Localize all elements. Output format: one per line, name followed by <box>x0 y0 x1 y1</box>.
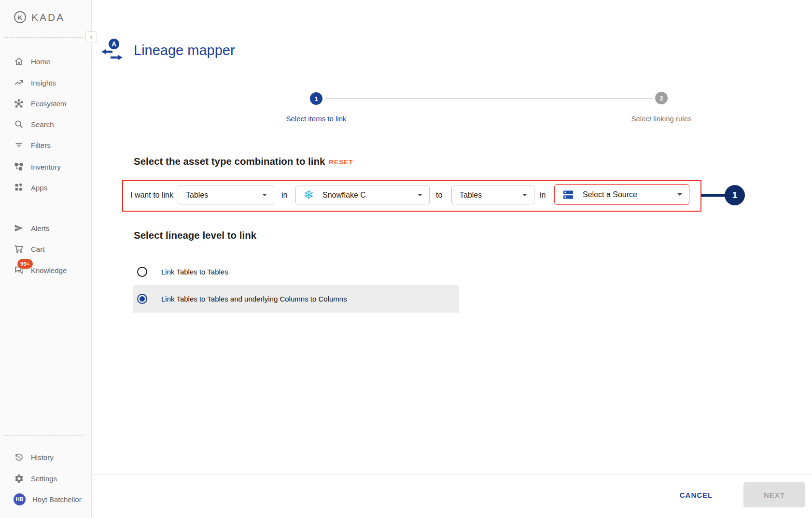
sidebar-divider-top <box>4 37 83 38</box>
svg-text:K: K <box>18 14 23 21</box>
lineage-mapper-icon: A <box>100 38 125 64</box>
chevron-down-icon <box>522 194 527 196</box>
page-title: Lineage mapper <box>134 43 235 58</box>
asset-type-from-select[interactable]: Tables <box>178 186 274 204</box>
sidebar-item-label: Settings <box>31 475 57 483</box>
radio-button[interactable] <box>137 294 147 304</box>
sidebar-item-label: Apps <box>31 184 47 192</box>
sidebar-divider-middle <box>4 208 83 208</box>
sidebar-item-label: Inventory <box>31 163 61 171</box>
sidebar-item-search[interactable]: Search <box>14 117 54 131</box>
settings-gear-icon <box>14 473 24 484</box>
lineage-mapper-page: K KADA Home Insights E <box>0 0 812 518</box>
sidebar-item-apps[interactable]: Apps <box>14 181 47 194</box>
sidebar-item-history[interactable]: History <box>14 450 54 464</box>
annotation-callout-badge: 1 <box>725 185 745 205</box>
annotation-callout-line <box>701 194 726 197</box>
sidebar-item-label: Search <box>31 120 54 129</box>
sidebar: K KADA Home Insights E <box>0 0 92 518</box>
alerts-icon <box>14 223 24 233</box>
stepper-step-1-label: Select items to link <box>258 115 374 123</box>
apps-icon <box>14 182 24 193</box>
asset-section-heading: Select the asset type combination to lin… <box>134 156 325 167</box>
history-icon <box>14 452 24 462</box>
insights-icon <box>14 77 24 88</box>
sidebar-item-label: Home <box>31 58 50 66</box>
user-name: Hoyt Batchellor <box>32 495 82 504</box>
source-to-value: Select a Source <box>583 190 672 199</box>
lineage-option-label: Link Tables to Tables and underlying Col… <box>161 295 347 303</box>
inventory-icon <box>14 161 24 172</box>
phrase-in-1: in <box>281 191 287 200</box>
sidebar-item-label: Insights <box>31 79 56 87</box>
sidebar-item-home[interactable]: Home <box>14 55 50 68</box>
source-from-value: Snowflake C <box>322 191 413 200</box>
sidebar-item-settings[interactable]: Settings <box>14 472 57 485</box>
stepper-step-2-circle[interactable]: 2 <box>655 92 668 104</box>
phrase-lead: I want to link <box>130 191 173 200</box>
lineage-option-tables[interactable]: Link Tables to Tables <box>133 260 459 283</box>
sidebar-collapse-button[interactable]: ‹ <box>85 31 97 43</box>
kada-logo-icon: K <box>14 11 27 24</box>
radio-button[interactable] <box>137 267 147 277</box>
sidebar-item-label: Knowledge <box>31 266 67 274</box>
source-from-select[interactable]: ❄ Snowflake C <box>295 186 430 204</box>
stepper-step-1-circle[interactable]: 1 <box>310 92 322 105</box>
source-to-select[interactable]: Select a Source <box>554 184 689 205</box>
snowflake-icon: ❄ <box>304 189 314 201</box>
asset-type-from-value: Tables <box>186 191 257 200</box>
phrase-in-2: in <box>540 191 546 200</box>
svg-text:A: A <box>112 40 116 48</box>
knowledge-count-badge: 99+ <box>17 259 33 269</box>
kada-logo[interactable]: K KADA <box>14 11 65 24</box>
footer-divider <box>92 475 812 475</box>
lineage-option-label: Link Tables to Tables <box>161 268 228 276</box>
next-button[interactable]: NEXT <box>743 482 805 507</box>
cancel-button[interactable]: CANCEL <box>672 491 720 499</box>
source-dns-icon <box>562 189 574 201</box>
chevron-down-icon <box>262 194 267 196</box>
cart-icon <box>14 244 24 254</box>
sidebar-divider-bottom <box>4 435 83 436</box>
sidebar-item-label: Alerts <box>31 224 49 232</box>
reset-button[interactable]: RESET <box>329 158 353 166</box>
asset-type-to-value: Tables <box>460 191 518 200</box>
sidebar-item-inventory[interactable]: Inventory <box>14 160 61 173</box>
filters-icon <box>14 140 24 150</box>
sidebar-item-label: Cart <box>31 245 44 253</box>
sidebar-item-user[interactable]: HB Hoyt Batchellor <box>14 492 82 506</box>
stepper-step-2-label: Select linking rules <box>603 115 719 123</box>
sidebar-item-label: Ecosystem <box>31 100 66 108</box>
sidebar-item-filters[interactable]: Filters <box>14 138 51 152</box>
sidebar-item-alerts[interactable]: Alerts <box>14 221 49 235</box>
brand-name: KADA <box>31 12 65 23</box>
phrase-to: to <box>436 191 442 200</box>
lineage-option-tables-and-columns[interactable]: Link Tables to Tables and underlying Col… <box>133 285 459 313</box>
home-icon <box>14 56 24 67</box>
ecosystem-icon <box>14 98 24 109</box>
sidebar-item-label: Filters <box>31 141 51 149</box>
chevron-down-icon <box>418 194 422 196</box>
search-icon <box>14 119 24 130</box>
sidebar-item-ecosystem[interactable]: Ecosystem <box>14 97 66 110</box>
asset-type-to-select[interactable]: Tables <box>451 186 534 204</box>
sidebar-item-label: History <box>31 453 54 461</box>
sidebar-item-cart[interactable]: Cart <box>14 242 44 256</box>
sidebar-item-insights[interactable]: Insights <box>14 76 56 89</box>
lineage-section-heading: Select lineage level to link <box>134 230 256 241</box>
user-avatar: HB <box>14 493 26 505</box>
chevron-down-icon <box>677 193 682 196</box>
stepper-connector <box>325 98 653 99</box>
